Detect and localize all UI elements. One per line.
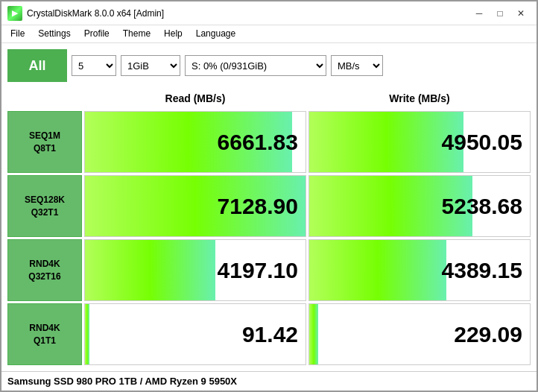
seq1m-write-cell: 4950.05 (308, 111, 531, 173)
drive-dropdown[interactable]: S: 0% (0/931GiB) (185, 55, 326, 76)
size-dropdown[interactable]: 1GiB (121, 55, 180, 76)
rnd4k-q32-write-bar (309, 240, 446, 300)
seq128k-line2: Q32T1 (31, 206, 59, 219)
seq1m-read-value: 6661.83 (218, 130, 298, 155)
rnd4k-q1-read-cell: 91.42 (84, 303, 306, 365)
rnd4k-q1-line2: Q1T1 (34, 335, 56, 347)
rnd4k-q1-write-cell: 229.09 (308, 303, 531, 365)
seq1m-write-bar (309, 112, 463, 172)
unit-dropdown[interactable]: MB/s (331, 55, 383, 76)
rnd4k-q32-read-cell: 4197.10 (84, 239, 306, 301)
row-label-rnd4k-q1: RND4K Q1T1 (7, 303, 82, 365)
main-content: All 5 1GiB S: 0% (0/931GiB) MB/s Read (M… (1, 43, 537, 371)
menu-profile[interactable]: Profile (78, 27, 115, 41)
rnd4k-q1-write-value: 229.09 (454, 322, 522, 347)
rnd4k-q32-line1: RND4K (29, 258, 60, 271)
toolbar: All 5 1GiB S: 0% (0/931GiB) MB/s (7, 49, 531, 82)
status-text: Samsung SSD 980 PRO 1TB / AMD Ryzen 9 59… (7, 376, 237, 387)
row-label-seq1m: SEQ1M Q8T1 (7, 111, 82, 173)
window-title: CrystalDiskMark 8.0.0 x64 [Admin] (27, 8, 164, 19)
rnd4k-q32-write-cell: 4389.15 (308, 239, 531, 301)
seq128k-line1: SEQ128K (25, 194, 65, 206)
menu-language[interactable]: Language (190, 27, 241, 41)
rnd4k-q1-line1: RND4K (29, 322, 60, 335)
seq1m-read-cell: 6661.83 (84, 111, 306, 173)
menu-settings[interactable]: Settings (32, 27, 76, 41)
maximize-button[interactable]: □ (490, 6, 510, 21)
header-spacer (7, 88, 82, 109)
menu-bar: File Settings Profile Theme Help Languag… (1, 25, 537, 43)
menu-theme[interactable]: Theme (117, 27, 156, 41)
menu-help[interactable]: Help (158, 27, 189, 41)
close-button[interactable]: ✕ (511, 6, 531, 21)
seq128k-write-value: 5238.68 (442, 194, 522, 219)
write-header: Write (MB/s) (308, 88, 531, 109)
row-label-rnd4k-q32: RND4K Q32T16 (7, 239, 82, 301)
app-window: ▶ CrystalDiskMark 8.0.0 x64 [Admin] ─ □ … (0, 0, 538, 392)
minimize-button[interactable]: ─ (469, 6, 489, 21)
bench-table: Read (MB/s) Write (MB/s) SEQ1M Q8T1 6661… (7, 88, 531, 365)
status-bar: Samsung SSD 980 PRO 1TB / AMD Ryzen 9 59… (1, 371, 537, 391)
seq1m-line1: SEQ1M (29, 130, 60, 142)
menu-file[interactable]: File (4, 27, 31, 41)
rnd4k-q32-write-value: 4389.15 (442, 258, 522, 283)
runs-dropdown[interactable]: 5 (72, 55, 116, 76)
rnd4k-q32-read-value: 4197.10 (218, 258, 298, 283)
rnd4k-q1-read-value: 91.42 (242, 322, 298, 347)
seq128k-read-cell: 7128.90 (84, 175, 306, 237)
window-controls: ─ □ ✕ (469, 6, 531, 21)
read-header: Read (MB/s) (84, 88, 306, 109)
seq1m-line2: Q8T1 (34, 142, 56, 155)
title-bar: ▶ CrystalDiskMark 8.0.0 x64 [Admin] ─ □ … (1, 1, 537, 25)
rnd4k-q32-line2: Q32T16 (28, 271, 60, 283)
rnd4k-q1-write-bar (309, 304, 318, 364)
all-button[interactable]: All (7, 49, 67, 82)
rnd4k-q32-read-bar (85, 240, 215, 300)
app-icon: ▶ (7, 6, 22, 21)
seq128k-read-value: 7128.90 (218, 194, 298, 219)
row-label-seq128k: SEQ128K Q32T1 (7, 175, 82, 237)
title-bar-left: ▶ CrystalDiskMark 8.0.0 x64 [Admin] (7, 6, 164, 21)
seq128k-write-cell: 5238.68 (308, 175, 531, 237)
rnd4k-q1-read-bar (85, 304, 89, 364)
seq1m-write-value: 4950.05 (442, 130, 522, 155)
